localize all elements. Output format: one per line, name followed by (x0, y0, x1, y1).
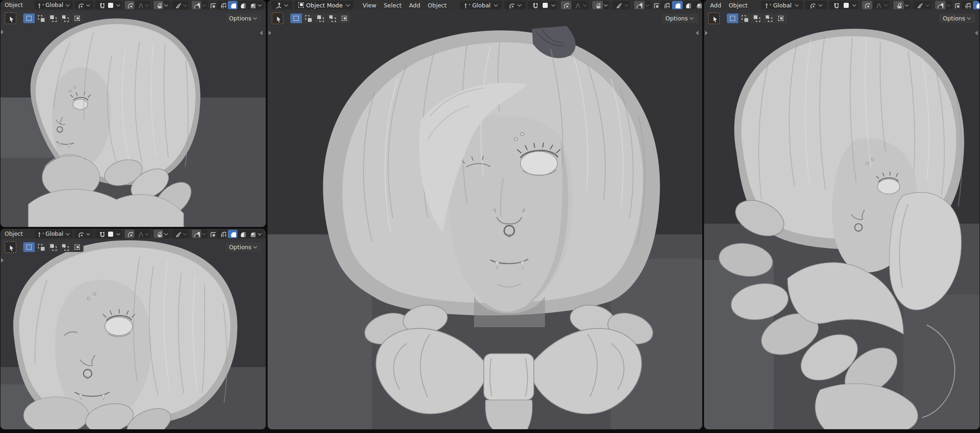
shading-solid-button[interactable] (672, 1, 683, 9)
chevron-down-icon[interactable] (551, 2, 555, 6)
transform-pivot-dropdown[interactable] (806, 1, 826, 9)
chevron-down-icon[interactable] (164, 2, 168, 6)
chevron-down-icon[interactable] (183, 231, 187, 235)
toggle-xray-button[interactable] (653, 1, 659, 9)
shading-wireframe-button[interactable] (962, 1, 973, 9)
shading-wireframe-button[interactable] (661, 1, 672, 9)
menu-view[interactable]: View (359, 1, 380, 9)
proportional-editing-toggle[interactable] (561, 1, 571, 9)
snap-target-button[interactable] (106, 230, 115, 238)
select-mode-set[interactable] (290, 13, 302, 23)
shading-solid-button[interactable] (228, 1, 237, 9)
select-mode-extend[interactable] (35, 13, 47, 23)
menu-object[interactable]: Object (2, 1, 26, 9)
select-mode-set[interactable] (23, 242, 35, 252)
snap-magnet-toggle[interactable] (529, 1, 540, 9)
show-overlays-toggle[interactable] (634, 1, 645, 9)
chevron-down-icon[interactable] (625, 2, 628, 6)
shading-rendered-button[interactable] (247, 1, 257, 9)
menu-add[interactable]: Add (706, 1, 725, 9)
menu-object[interactable]: Object (424, 1, 450, 9)
chevron-down-icon[interactable] (947, 2, 950, 6)
proportional-falloff-button[interactable] (135, 230, 144, 238)
chevron-down-icon[interactable] (852, 2, 856, 6)
chevron-down-icon[interactable] (604, 2, 608, 6)
toggle-xray-button[interactable] (954, 1, 960, 9)
viewport-canvas-3d-scene[interactable] (0, 0, 266, 227)
select-mode-extend[interactable] (35, 242, 47, 252)
options-dropdown[interactable]: Options (939, 13, 975, 23)
region-arrow-right-icon[interactable] (1, 30, 4, 34)
select-mode-invert[interactable] (327, 13, 339, 23)
options-dropdown[interactable]: Options (225, 13, 262, 23)
shading-wireframe-button[interactable] (218, 230, 228, 238)
snap-target-button[interactable] (841, 1, 852, 9)
select-mode-intersect[interactable] (71, 13, 83, 23)
menu-object[interactable]: Object (2, 230, 26, 238)
selectability-visibility-button[interactable] (893, 1, 904, 9)
show-gizmos-toggle[interactable] (173, 230, 182, 238)
select-mode-set[interactable] (727, 13, 739, 23)
transform-pivot-dropdown[interactable] (75, 230, 93, 238)
select-mode-intersect[interactable] (775, 13, 787, 23)
transform-orientation-dropdown[interactable]: Global (460, 1, 502, 9)
active-tool-select-box[interactable] (5, 13, 16, 24)
shading-rendered-button[interactable] (693, 1, 702, 9)
snap-target-button[interactable] (540, 1, 551, 9)
transform-pivot-dropdown[interactable] (75, 1, 93, 9)
shading-solid-button[interactable] (228, 230, 237, 238)
proportional-editing-toggle[interactable] (125, 1, 135, 9)
select-mode-extend[interactable] (302, 13, 314, 23)
shading-rendered-button[interactable] (247, 230, 257, 238)
chevron-down-icon[interactable] (905, 2, 909, 6)
select-mode-intersect[interactable] (71, 242, 83, 252)
proportional-falloff-button[interactable] (135, 1, 144, 9)
menu-select[interactable]: Select (380, 1, 405, 9)
show-overlays-toggle[interactable] (192, 1, 201, 9)
show-gizmos-toggle[interactable] (173, 1, 182, 9)
selectability-visibility-button[interactable] (154, 1, 163, 9)
transform-orientation-dropdown[interactable]: Global (761, 1, 803, 9)
select-mode-intersect[interactable] (339, 13, 351, 23)
viewport-canvas-3d-scene[interactable] (268, 0, 702, 429)
active-tool-select-box[interactable] (272, 13, 283, 24)
select-mode-subtract[interactable] (47, 242, 59, 252)
select-mode-extend[interactable] (739, 13, 751, 23)
select-mode-subtract[interactable] (47, 13, 59, 23)
snap-magnet-toggle[interactable] (830, 1, 841, 9)
show-overlays-toggle[interactable] (192, 230, 201, 238)
transform-orientation-dropdown[interactable]: Global (35, 1, 73, 9)
region-arrow-left-icon[interactable] (975, 31, 978, 35)
chevron-down-icon[interactable] (116, 2, 120, 6)
proportional-editing-toggle[interactable] (862, 1, 872, 9)
transform-orientation-dropdown[interactable]: Global (35, 230, 73, 238)
menu-object[interactable]: Object (725, 1, 751, 9)
shading-material-button[interactable] (237, 230, 247, 238)
show-overlays-toggle[interactable] (935, 1, 946, 9)
mode-dropdown[interactable]: Object Mode (295, 1, 354, 9)
chevron-down-icon[interactable] (145, 231, 149, 235)
toggle-xray-button[interactable] (209, 1, 216, 9)
selectability-visibility-button[interactable] (592, 1, 603, 9)
snap-magnet-toggle[interactable] (96, 1, 106, 9)
select-mode-subtract[interactable] (314, 13, 327, 23)
viewport-canvas-3d-scene[interactable] (704, 0, 980, 429)
select-mode-invert[interactable] (763, 13, 775, 23)
chevron-down-icon[interactable] (258, 231, 262, 235)
options-dropdown[interactable]: Options (662, 13, 698, 23)
proportional-falloff-button[interactable] (872, 1, 883, 9)
select-mode-invert[interactable] (59, 242, 71, 252)
select-mode-set[interactable] (23, 13, 35, 23)
region-arrow-right-icon[interactable] (269, 31, 271, 35)
show-gizmos-toggle[interactable] (914, 1, 925, 9)
menu-add[interactable]: Add (405, 1, 424, 9)
shading-material-button[interactable] (683, 1, 693, 9)
chevron-down-icon[interactable] (116, 231, 120, 235)
region-arrow-right-icon[interactable] (1, 258, 4, 263)
chevron-down-icon[interactable] (884, 2, 888, 6)
active-tool-select-box[interactable] (708, 13, 720, 24)
selectability-visibility-button[interactable] (154, 230, 163, 238)
snap-magnet-toggle[interactable] (96, 230, 106, 238)
transform-pivot-dropdown[interactable] (505, 1, 525, 9)
proportional-editing-toggle[interactable] (125, 230, 135, 238)
